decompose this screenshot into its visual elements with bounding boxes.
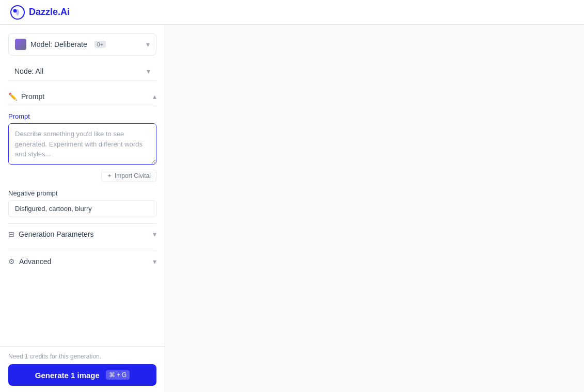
- import-civitai-button[interactable]: ✦ Import Civitai: [101, 170, 156, 182]
- advanced-chevron: ▾: [153, 257, 156, 266]
- generate-button[interactable]: Generate 1 image ⌘ + G: [8, 364, 156, 386]
- credits-text: Need 1 credits for this generation.: [8, 353, 156, 360]
- generation-parameters-section[interactable]: ⊟ Generation Parameters ▾: [8, 223, 156, 244]
- prompt-section-header[interactable]: ✏️ Prompt ▴: [8, 87, 156, 106]
- gear-icon: ⚙: [8, 257, 15, 266]
- import-row: ✦ Import Civitai: [8, 170, 156, 182]
- sliders-icon: ⊟: [8, 230, 14, 238]
- model-selector-chevron: ▾: [146, 40, 150, 48]
- app-header: Dazzle.Ai: [0, 0, 584, 25]
- node-label: Node: All: [14, 67, 43, 75]
- shortcut-plus: +: [117, 371, 120, 379]
- logo-icon: [10, 5, 25, 20]
- model-name: Model: Deliberate: [30, 40, 87, 48]
- logo-text: Dazzle.Ai: [29, 7, 70, 18]
- generation-parameters-chevron: ▾: [153, 230, 156, 238]
- negative-prompt-label: Negative prompt: [8, 189, 156, 197]
- pencil-icon: ✏️: [8, 92, 17, 101]
- logo: Dazzle.Ai: [10, 5, 70, 20]
- main-layout: Model: Deliberate 0+ ▾ Node: All ▾ ✏️ Pr…: [0, 25, 584, 392]
- prompt-section-header-left: ✏️ Prompt: [8, 92, 44, 101]
- import-civitai-label: Import Civitai: [115, 172, 151, 179]
- civitai-icon: ✦: [107, 172, 112, 179]
- content-area: [165, 25, 584, 392]
- model-avatar-image: [15, 39, 26, 50]
- prompt-label: Prompt: [8, 112, 156, 120]
- prompt-section-chevron: ▴: [153, 92, 156, 101]
- node-selector[interactable]: Node: All ▾: [8, 62, 156, 81]
- model-badge: 0+: [94, 41, 106, 48]
- gen-params-left: ⊟ Generation Parameters: [8, 230, 94, 238]
- shortcut-symbol: ⌘: [109, 371, 115, 379]
- model-selector[interactable]: Model: Deliberate 0+ ▾: [8, 33, 156, 56]
- shortcut-key: G: [122, 371, 127, 379]
- keyboard-shortcut: ⌘ + G: [106, 370, 130, 380]
- model-avatar: [15, 39, 26, 50]
- node-selector-chevron: ▾: [147, 67, 150, 75]
- advanced-title: Advanced: [19, 257, 51, 266]
- sidebar-content: Model: Deliberate 0+ ▾ Node: All ▾ ✏️ Pr…: [0, 25, 165, 346]
- sidebar: Model: Deliberate 0+ ▾ Node: All ▾ ✏️ Pr…: [0, 25, 165, 392]
- negative-prompt-input[interactable]: [8, 200, 156, 217]
- prompt-section-title: Prompt: [21, 92, 44, 101]
- generate-button-label: Generate 1 image: [35, 371, 100, 380]
- advanced-section[interactable]: ⚙ Advanced ▾: [8, 251, 156, 272]
- sidebar-footer: Need 1 credits for this generation. Gene…: [0, 346, 165, 392]
- generation-parameters-title: Generation Parameters: [19, 230, 94, 238]
- model-left: Model: Deliberate 0+: [15, 39, 106, 50]
- prompt-textarea[interactable]: [8, 123, 156, 165]
- advanced-left: ⚙ Advanced: [8, 257, 51, 266]
